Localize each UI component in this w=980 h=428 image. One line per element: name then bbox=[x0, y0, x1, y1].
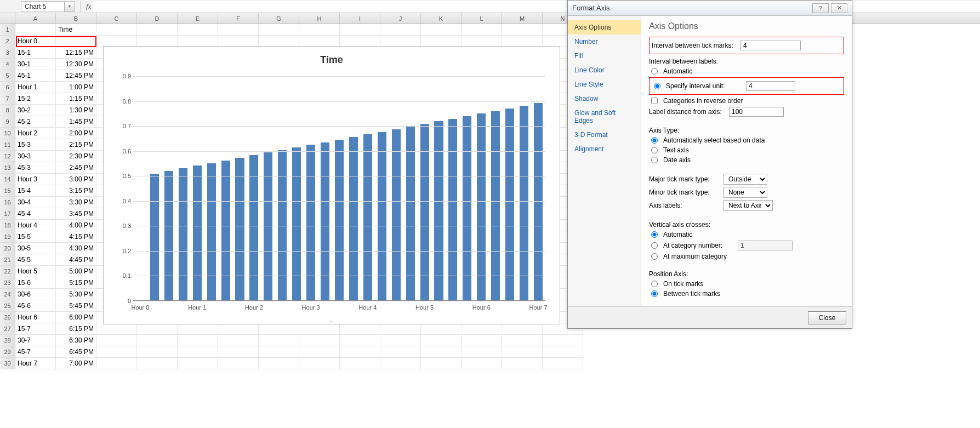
cell[interactable]: 30-4 bbox=[15, 197, 56, 208]
between-tick-radio[interactable] bbox=[651, 290, 658, 297]
cell[interactable]: 6:30 PM bbox=[56, 335, 96, 346]
select-all-corner[interactable] bbox=[0, 13, 15, 24]
cell[interactable]: 7:00 PM bbox=[56, 358, 96, 369]
cell[interactable] bbox=[96, 335, 137, 346]
cell[interactable] bbox=[380, 323, 421, 335]
cell[interactable] bbox=[137, 346, 178, 358]
cell[interactable] bbox=[543, 346, 583, 358]
specify-interval-input[interactable] bbox=[746, 81, 795, 91]
dialog-nav-item[interactable]: Alignment bbox=[568, 142, 641, 156]
dialog-nav-item[interactable]: Glow and Soft Edges bbox=[568, 106, 641, 128]
row-header[interactable]: 10 bbox=[0, 128, 15, 139]
cell[interactable] bbox=[421, 36, 461, 47]
cell[interactable]: Hour 4 bbox=[15, 220, 56, 231]
cell[interactable]: 45-3 bbox=[15, 162, 56, 174]
minor-tick-select[interactable]: None bbox=[723, 187, 767, 198]
cell[interactable]: 1:00 PM bbox=[56, 82, 96, 93]
cell[interactable]: 2:15 PM bbox=[56, 139, 96, 151]
cell[interactable] bbox=[259, 335, 299, 346]
column-header[interactable]: J bbox=[380, 13, 421, 24]
name-box[interactable]: Chart 5 bbox=[21, 1, 65, 12]
chart-bar[interactable] bbox=[179, 168, 187, 301]
row-header[interactable]: 18 bbox=[0, 220, 15, 231]
dialog-nav-item[interactable]: Axis Options bbox=[568, 20, 641, 35]
cell[interactable]: Time bbox=[56, 24, 96, 36]
row-header[interactable]: 1 bbox=[0, 24, 15, 36]
row-header[interactable]: 22 bbox=[0, 266, 15, 277]
cell[interactable] bbox=[178, 358, 218, 369]
cell[interactable] bbox=[178, 346, 218, 358]
column-header[interactable]: L bbox=[461, 13, 502, 24]
cell[interactable]: 1:45 PM bbox=[56, 116, 96, 128]
cross-catnum-radio[interactable] bbox=[651, 242, 658, 249]
cell[interactable] bbox=[340, 323, 380, 335]
cell[interactable] bbox=[96, 323, 137, 335]
chart-bar[interactable] bbox=[249, 155, 258, 301]
cell[interactable]: 4:00 PM bbox=[56, 220, 96, 231]
cell[interactable]: 5:00 PM bbox=[56, 266, 96, 277]
dialog-nav-item[interactable]: Line Style bbox=[568, 77, 641, 92]
cell[interactable] bbox=[502, 346, 543, 358]
cell[interactable] bbox=[461, 358, 502, 369]
cell[interactable] bbox=[380, 335, 421, 346]
cell[interactable]: Hour 1 bbox=[15, 82, 56, 93]
cell[interactable]: 6:45 PM bbox=[56, 346, 96, 358]
cell[interactable] bbox=[340, 358, 380, 369]
chart-bar[interactable] bbox=[164, 171, 173, 301]
cell[interactable] bbox=[137, 36, 178, 47]
cell[interactable]: 45-6 bbox=[15, 300, 56, 312]
cell[interactable] bbox=[178, 323, 218, 335]
cell[interactable] bbox=[218, 358, 259, 369]
cell[interactable]: 15-1 bbox=[15, 47, 56, 59]
row-header[interactable]: 28 bbox=[0, 335, 15, 346]
cell[interactable] bbox=[178, 335, 218, 346]
row-header[interactable]: 15 bbox=[0, 185, 15, 197]
cell[interactable] bbox=[502, 358, 543, 369]
cross-auto-radio[interactable] bbox=[651, 231, 658, 238]
chart-bar[interactable] bbox=[434, 121, 443, 301]
row-header[interactable]: 7 bbox=[0, 93, 15, 105]
cell[interactable] bbox=[137, 335, 178, 346]
row-header[interactable]: 24 bbox=[0, 289, 15, 300]
cell[interactable] bbox=[543, 358, 583, 369]
text-axis-radio[interactable] bbox=[651, 147, 658, 153]
cell[interactable]: 30-1 bbox=[15, 59, 56, 70]
cell[interactable] bbox=[502, 335, 543, 346]
cell[interactable] bbox=[299, 335, 340, 346]
row-header[interactable]: 17 bbox=[0, 208, 15, 220]
cell[interactable] bbox=[96, 36, 137, 47]
row-header[interactable]: 13 bbox=[0, 162, 15, 174]
cell[interactable] bbox=[543, 335, 583, 346]
cell[interactable] bbox=[137, 24, 178, 36]
cell[interactable]: Hour 5 bbox=[15, 266, 56, 277]
embedded-chart[interactable]: ⋯ ⋯ Time 00.10.20.30.40.50.60.70.80.9 Ho… bbox=[103, 46, 560, 324]
chart-bar[interactable] bbox=[335, 140, 344, 301]
dialog-nav-item[interactable]: Line Color bbox=[568, 63, 641, 77]
column-header[interactable]: M bbox=[502, 13, 543, 24]
format-axis-dialog[interactable]: Format Axis ? ✕ Axis OptionsNumberFillLi… bbox=[567, 0, 852, 329]
cell[interactable] bbox=[218, 346, 259, 358]
cell[interactable] bbox=[502, 24, 543, 36]
column-header[interactable]: H bbox=[299, 13, 340, 24]
cell[interactable] bbox=[380, 346, 421, 358]
chart-bar[interactable] bbox=[292, 147, 301, 301]
row-header[interactable]: 25 bbox=[0, 300, 15, 312]
cell[interactable] bbox=[340, 335, 380, 346]
row-header[interactable]: 14 bbox=[0, 174, 15, 185]
cell[interactable] bbox=[218, 36, 259, 47]
chart-bar[interactable] bbox=[448, 119, 457, 301]
cell[interactable]: 2:30 PM bbox=[56, 151, 96, 162]
major-tick-select[interactable]: Outside bbox=[723, 174, 767, 185]
cell[interactable] bbox=[461, 335, 502, 346]
cell[interactable]: Hour 0 bbox=[15, 36, 56, 47]
row-header[interactable]: 27 bbox=[0, 323, 15, 335]
chart-bar[interactable] bbox=[150, 174, 159, 301]
cell[interactable] bbox=[178, 24, 218, 36]
chart-bar[interactable] bbox=[392, 129, 401, 301]
cell[interactable] bbox=[299, 36, 340, 47]
cross-max-radio[interactable] bbox=[651, 253, 658, 260]
cell[interactable] bbox=[259, 346, 299, 358]
axis-labels-select[interactable]: Next to Axis bbox=[723, 200, 773, 211]
on-tick-radio[interactable] bbox=[651, 281, 658, 287]
help-button[interactable]: ? bbox=[812, 3, 829, 13]
